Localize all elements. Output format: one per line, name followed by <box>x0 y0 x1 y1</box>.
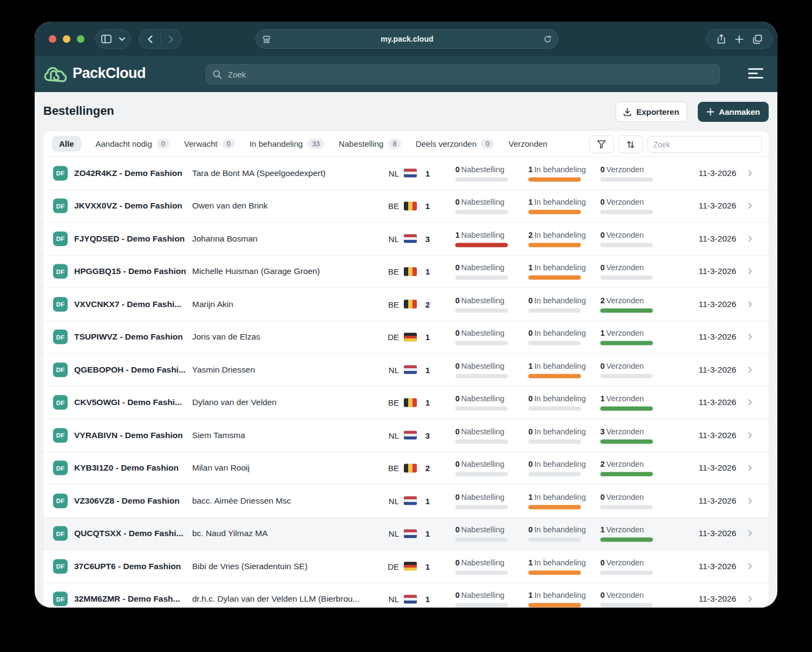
table-row[interactable]: DF VYRABIVN - Demo Fashion Siem Tamsma N… <box>43 419 769 452</box>
customer-name: bc. Naud Yilmaz MA <box>192 529 268 538</box>
customer-name: Michelle Huisman (Garage Groen) <box>192 266 320 276</box>
backorder-label: Nabestelling <box>461 230 505 239</box>
filter-tab-count-badge: 0 <box>222 139 235 149</box>
customer-name: Dylano van der Velden <box>192 397 277 407</box>
table-row[interactable]: DF VZ306VZ8 - Demo Fashion bacc. Aimée D… <box>43 484 769 517</box>
global-search[interactable] <box>206 64 720 84</box>
sort-button[interactable] <box>618 135 643 153</box>
processing-label: In behandeling <box>534 591 586 599</box>
processing-progress-bar <box>528 308 581 312</box>
chevron-right-icon: › <box>748 296 752 310</box>
filter-tab-label: Verwacht <box>184 139 218 148</box>
country-code: NL <box>389 234 399 243</box>
table-row[interactable]: DF ZO42R4KZ - Demo Fashion Tara de Bont … <box>43 157 769 190</box>
table-row[interactable]: DF JKVXX0VZ - Demo Fashion Owen van den … <box>43 190 769 223</box>
processing-progress-bar <box>528 407 581 411</box>
table-row[interactable]: DF KYB3I1Z0 - Demo Fashion Milan van Roo… <box>43 452 769 485</box>
filter-tab[interactable]: Aandacht nodig 0 <box>96 139 170 149</box>
zoom-window-button[interactable] <box>77 35 84 43</box>
company-avatar: DF <box>53 461 68 475</box>
backorder-status: 0Nabestelling <box>455 558 508 575</box>
orders-panel: Alle Aandacht nodig 0 Verwacht 0 In beha… <box>43 131 769 608</box>
customer-name: Owen van den Brink <box>192 201 268 211</box>
processing-count: 0 <box>528 460 533 468</box>
processing-status: 0In behandeling <box>528 394 581 411</box>
company-avatar: DF <box>53 330 68 344</box>
table-row[interactable]: DF QGEBOPOH - Demo Fashi... Yasmin Dries… <box>43 353 769 386</box>
shipped-label: Verzonden <box>606 394 644 403</box>
backorder-progress-bar <box>455 276 508 280</box>
filter-tab-label: Deels verzonden <box>416 139 477 148</box>
backorder-count: 0 <box>455 296 460 304</box>
reload-icon[interactable] <box>543 35 552 43</box>
filter-tab[interactable]: Verwacht 0 <box>184 139 235 149</box>
back-button[interactable] <box>148 35 153 43</box>
processing-count: 1 <box>528 591 533 599</box>
backorder-count: 0 <box>455 198 460 206</box>
download-icon <box>623 108 632 116</box>
company-avatar: DF <box>53 199 68 213</box>
table-row[interactable]: DF VXVCNKX7 - Demo Fashi... Marijn Akin … <box>43 288 769 321</box>
order-date: 11-3-2026 <box>682 299 736 309</box>
reader-icon[interactable] <box>263 35 271 43</box>
backorder-status: 0Nabestelling <box>455 263 508 280</box>
forward-button[interactable] <box>168 35 173 43</box>
processing-label: In behandeling <box>534 361 586 370</box>
table-search-input[interactable] <box>647 136 762 153</box>
country-code: DE <box>388 562 399 571</box>
processing-count: 1 <box>528 263 533 272</box>
country-flag-icon <box>404 431 417 440</box>
menu-icon[interactable] <box>748 68 763 80</box>
table-row[interactable]: DF FJYQDSED - Demo Fashion Johanna Bosma… <box>43 222 769 255</box>
table-row[interactable]: DF CKV5OWGI - Demo Fashi... Dylano van d… <box>43 386 769 419</box>
country-cell: BE <box>368 464 417 473</box>
backorder-count: 0 <box>455 558 460 566</box>
shipped-progress-bar <box>600 505 653 509</box>
backorder-label: Nabestelling <box>461 361 505 370</box>
country-code: BE <box>388 267 399 276</box>
backorder-status: 0Nabestelling <box>455 329 508 345</box>
filter-tab[interactable]: Verzonden <box>508 139 547 148</box>
filter-tab[interactable]: Deels verzonden 0 <box>416 139 494 149</box>
backorder-count: 0 <box>455 394 460 403</box>
country-flag-icon <box>404 169 417 178</box>
filter-tab[interactable]: Alle <box>52 136 81 152</box>
order-date: 11-3-2026 <box>682 201 736 211</box>
quantity: 3 <box>420 234 435 243</box>
processing-label: In behandeling <box>534 525 586 534</box>
share-icon[interactable] <box>717 34 725 44</box>
table-row[interactable]: DF 32MM6ZMR - Demo Fash... dr.h.c. Dylan… <box>43 583 769 608</box>
minimize-window-button[interactable] <box>63 35 70 43</box>
company-avatar: DF <box>53 362 68 377</box>
new-tab-icon[interactable] <box>735 35 743 43</box>
close-window-button[interactable] <box>49 35 56 43</box>
table-row[interactable]: DF HPGGBQ15 - Demo Fashion Michelle Huis… <box>43 255 769 288</box>
address-bar[interactable]: my.pack.cloud <box>256 29 559 49</box>
processing-progress-bar <box>528 276 581 280</box>
sidebar-icon[interactable] <box>101 35 112 43</box>
table-row[interactable]: DF QUCQTSXX - Demo Fashi... bc. Naud Yil… <box>43 517 769 550</box>
filter-tab[interactable]: In behandeling 33 <box>250 139 324 149</box>
global-search-input[interactable] <box>227 69 713 80</box>
sidebar-toggle-group <box>95 29 131 49</box>
customer-name: dr.h.c. Dylan van der Velden LLM (Bierbr… <box>192 594 359 604</box>
chevron-down-icon[interactable] <box>119 37 125 41</box>
company-avatar: DF <box>53 395 68 410</box>
shipped-label: Verzonden <box>606 263 644 272</box>
export-button[interactable]: Exporteren <box>615 102 687 122</box>
company-avatar: DF <box>53 297 68 311</box>
shipped-status: 0Verzonden <box>600 558 653 575</box>
table-row[interactable]: DF 37C6UPT6 - Demo Fashion Bibi de Vries… <box>43 550 769 583</box>
processing-status: 1In behandeling <box>528 558 581 575</box>
packcloud-logo[interactable]: PackCloud <box>43 63 146 83</box>
tab-overview-icon[interactable] <box>753 35 762 44</box>
country-code: NL <box>389 168 399 178</box>
filter-button[interactable] <box>589 135 614 153</box>
filter-tab[interactable]: Nabestelling 8 <box>339 139 401 149</box>
order-date: 11-3-2026 <box>682 463 736 473</box>
order-code: JKVXX0VZ - Demo Fashion <box>74 201 182 211</box>
table-row[interactable]: DF TSUPIWVZ - Demo Fashion Joris van de … <box>43 321 769 354</box>
processing-status: 0In behandeling <box>528 460 581 477</box>
create-button[interactable]: Aanmaken <box>698 102 769 122</box>
backorder-count: 1 <box>455 230 460 239</box>
